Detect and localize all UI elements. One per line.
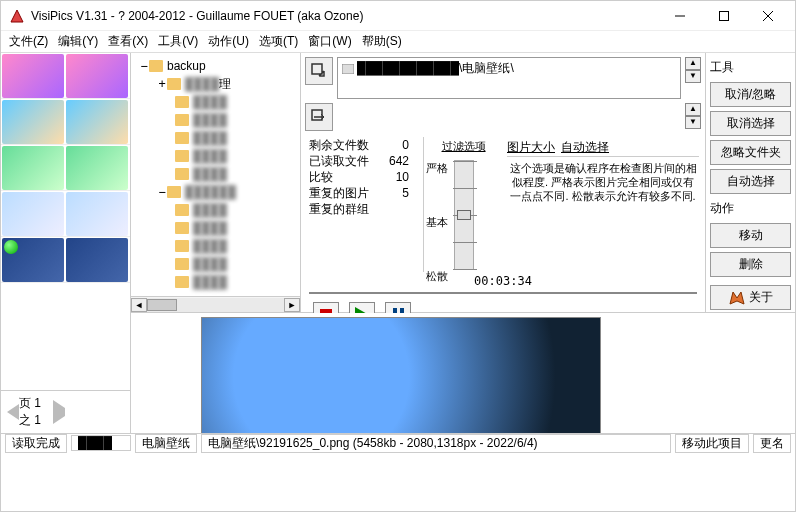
stat-value: 5: [383, 185, 409, 201]
tools-header: 工具: [710, 57, 791, 78]
maximize-button[interactable]: [711, 6, 737, 26]
menubar: 文件(Z) 编辑(Y) 查看(X) 工具(V) 动作(U) 选项(T) 窗口(W…: [1, 31, 795, 53]
tab-auto-select[interactable]: 自动选择: [561, 139, 609, 156]
delete-button[interactable]: 删除: [710, 252, 791, 277]
stat-label: 比较: [309, 169, 383, 185]
path-spinner2[interactable]: ▲▼: [685, 103, 701, 129]
collapse-icon[interactable]: −: [139, 59, 149, 73]
progress-bar: [309, 292, 697, 294]
tree-hscroll[interactable]: ◄ ►: [131, 296, 300, 312]
path-list[interactable]: ████████████\电脑壁纸\: [337, 57, 681, 99]
elapsed-timer: 00:03:34: [303, 272, 703, 290]
close-button[interactable]: [755, 6, 781, 26]
stat-label: 已读取文件: [309, 153, 383, 169]
ignore-folder-button[interactable]: 忽略文件夹: [710, 140, 791, 165]
stat-value: 642: [383, 153, 409, 169]
page-next-button[interactable]: [53, 400, 124, 424]
scroll-left-icon[interactable]: ◄: [131, 298, 147, 312]
filter-basic-label: 基本: [426, 215, 448, 230]
status-blur: ████: [71, 435, 131, 451]
cancel-ignore-button[interactable]: 取消/忽略: [710, 82, 791, 107]
cancel-select-button[interactable]: 取消选择: [710, 111, 791, 136]
status-read: 读取完成: [5, 434, 67, 453]
filter-slider[interactable]: [454, 160, 474, 270]
about-button[interactable]: 关于: [710, 285, 791, 310]
menu-help[interactable]: 帮助(S): [362, 33, 402, 50]
window-title: VisiPics V1.31 - ? 2004-2012 - Guillaume…: [31, 9, 667, 23]
stat-label: 重复的图片: [309, 185, 383, 201]
status-move-hint: 移动此项目: [675, 434, 749, 453]
filter-loose-label: 松散: [426, 269, 448, 284]
menu-tools[interactable]: 工具(V): [158, 33, 198, 50]
slider-thumb[interactable]: [457, 210, 471, 220]
menu-window[interactable]: 窗口(W): [308, 33, 351, 50]
about-label: 关于: [749, 289, 773, 306]
add-folder-button[interactable]: [305, 57, 333, 85]
status-rename: 更名: [753, 434, 791, 453]
titlebar: VisiPics V1.31 - ? 2004-2012 - Guillaume…: [1, 1, 795, 31]
filter-strict-label: 严格: [426, 161, 448, 176]
folder-icon: [149, 60, 163, 72]
stat-value: 0: [383, 137, 409, 153]
preview-image[interactable]: [201, 317, 601, 433]
path-value: \电脑壁纸\: [459, 61, 514, 75]
tree-item-label[interactable]: backup: [167, 59, 206, 73]
right-toolbar: 工具 取消/忽略 取消选择 忽略文件夹 自动选择 动作 移动 删除 关于: [705, 53, 795, 312]
dup-group[interactable]: [1, 99, 130, 145]
statusbar: 读取完成 ████ 电脑壁纸 电脑壁纸\92191625_0.png (5458…: [1, 433, 795, 452]
svg-rect-1: [720, 11, 729, 20]
menu-view[interactable]: 查看(X): [108, 33, 148, 50]
menu-actions[interactable]: 动作(U): [208, 33, 249, 50]
dup-group[interactable]: [1, 53, 130, 99]
filter-description: 这个选项是确认程序在检查图片间的相似程度. 严格表示图片完全相同或仅有一点点不同…: [507, 161, 699, 203]
status-file: 电脑壁纸\92191625_0.png (5458kb - 2080,1318p…: [201, 434, 671, 453]
selected-indicator-icon: [4, 240, 18, 254]
dup-group[interactable]: [1, 237, 130, 283]
app-icon: [9, 8, 25, 24]
stat-label: 重复的群组: [309, 201, 383, 217]
tree-item-label[interactable]: 理: [219, 76, 231, 93]
actions-header: 动作: [710, 198, 791, 219]
fox-icon: [729, 290, 745, 306]
path-spinner[interactable]: ▲▼: [685, 57, 701, 83]
folder-tree[interactable]: −backup +████理 ████ ████ ████ ████ ████ …: [131, 53, 301, 312]
dup-group[interactable]: [1, 191, 130, 237]
dup-group[interactable]: [1, 145, 130, 191]
pager: 页 1 之 1: [1, 390, 130, 433]
menu-options[interactable]: 选项(T): [259, 33, 298, 50]
stat-value: 10: [383, 169, 409, 185]
svg-rect-4: [342, 64, 354, 74]
menu-edit[interactable]: 编辑(Y): [58, 33, 98, 50]
auto-select-button[interactable]: 自动选择: [710, 169, 791, 194]
tab-image-size[interactable]: 图片大小: [507, 139, 555, 156]
move-button[interactable]: 移动: [710, 223, 791, 248]
menu-file[interactable]: 文件(Z): [9, 33, 48, 50]
minimize-button[interactable]: [667, 6, 693, 26]
page-prev-button[interactable]: [7, 404, 19, 420]
thumbnail-panel: 页 1 之 1: [1, 53, 131, 433]
remove-folder-button[interactable]: [305, 103, 333, 131]
scroll-right-icon[interactable]: ►: [284, 298, 300, 312]
stat-label: 剩余文件数: [309, 137, 383, 153]
filter-title: 过滤选项: [428, 139, 499, 154]
preview-panel: [131, 313, 795, 433]
page-label: 页 1 之 1: [19, 395, 53, 429]
status-folder: 电脑壁纸: [135, 434, 197, 453]
